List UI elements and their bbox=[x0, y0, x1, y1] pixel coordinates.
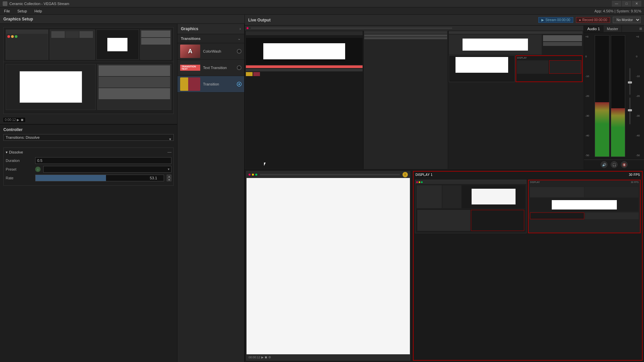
fader-track-2[interactable] bbox=[629, 98, 631, 124]
preset-label: Preset bbox=[6, 167, 33, 171]
meter-fill-1 bbox=[595, 102, 609, 157]
live-output-title: Live Output bbox=[248, 18, 271, 22]
rate-decrement-button[interactable]: ▼ bbox=[167, 178, 171, 181]
menu-bar: File Setup Help App: 4.56% | System: 9.9… bbox=[0, 7, 644, 15]
display-mini-left bbox=[415, 180, 527, 233]
bottom-screen-right: DISPLAY 1 30 FPS bbox=[413, 171, 643, 361]
bottom-warning-icon: ! bbox=[402, 172, 408, 177]
graphics-expand-icon: › bbox=[239, 26, 241, 31]
meter-scale-left: +6 0 -10 -20 -30 -40 -50 bbox=[585, 34, 592, 158]
colorwash-label: ColorWash bbox=[203, 49, 234, 53]
rscale-plus6: +6 bbox=[636, 35, 643, 38]
bottom-dot-red bbox=[249, 174, 251, 176]
preset-select-wrapper: ▼ bbox=[43, 166, 171, 173]
preset-row: Preset ↓ ▼ bbox=[6, 166, 171, 173]
audio-meters: +6 0 -10 -20 -30 -40 -50 bbox=[584, 33, 644, 160]
preview-bottom-left bbox=[6, 64, 96, 110]
window-title: Ceramic Collection - VEGAS Stream bbox=[9, 2, 69, 6]
preset-select[interactable] bbox=[43, 166, 171, 173]
display-badge: DISPLAY 1 bbox=[416, 173, 433, 177]
graphics-header-label: Graphics bbox=[181, 26, 198, 31]
monitor-select[interactable]: No Monitor bbox=[613, 17, 641, 23]
audio-expand-icon[interactable]: ⊞ bbox=[637, 25, 644, 32]
dissolve-chevron-icon: ▾ bbox=[6, 150, 8, 155]
dissolve-collapse-button[interactable]: — bbox=[167, 150, 171, 155]
preview-row-top bbox=[4, 27, 173, 62]
text-transition-item[interactable]: TRANSITION TEXT Text Transition bbox=[177, 60, 244, 76]
audio-tab-1[interactable]: Audio 1 bbox=[584, 25, 603, 32]
rate-increment-button[interactable]: ▲ bbox=[167, 175, 171, 178]
meter-scale-right: +6 0 -10 -20 -30 -40 -50 bbox=[636, 34, 643, 158]
left-section: 0:00:12 ▶ ⏹ Controller Transitions: Diss… bbox=[0, 24, 245, 362]
menu-help[interactable]: Help bbox=[33, 8, 43, 14]
dissolve-header: ▾ Dissolve — bbox=[6, 150, 171, 155]
rscale-minus10: -10 bbox=[636, 75, 643, 78]
fader-handle-1[interactable] bbox=[628, 81, 632, 83]
rate-label: Rate bbox=[6, 176, 33, 180]
record-button[interactable]: ● Record 00:00:00 bbox=[576, 17, 610, 23]
mini-app-left bbox=[245, 31, 364, 169]
rscale-minus50: -50 bbox=[636, 154, 643, 157]
preview-row-bottom bbox=[4, 62, 173, 112]
system-stats: App: 4.56% | System: 9.91% bbox=[594, 9, 641, 13]
maximize-button[interactable]: □ bbox=[622, 1, 631, 7]
mini-app-right: DISPLAY bbox=[448, 31, 583, 169]
colorwash-thumbnail bbox=[180, 45, 200, 58]
bottom-screen-footer: 00:00:12 ▶ ⏹ ⚙ bbox=[247, 354, 410, 360]
duration-row: Duration bbox=[6, 157, 171, 164]
rate-slider-wrapper[interactable]: 53.1 bbox=[35, 175, 164, 181]
mini-url-bar bbox=[251, 27, 452, 29]
audio-tab-master[interactable]: Master bbox=[603, 25, 622, 32]
scale-minus40: -40 bbox=[585, 134, 592, 137]
duration-input[interactable] bbox=[35, 157, 171, 164]
dissolve-section: ▾ Dissolve — Duration Preset bbox=[3, 147, 174, 186]
rate-value: 53.1 bbox=[150, 176, 157, 180]
minimize-button[interactable]: — bbox=[612, 1, 621, 7]
transitions-header[interactable]: Transitions ⌄ bbox=[177, 34, 244, 43]
audio-control-row: 🔊 🎧 🔇 bbox=[584, 160, 644, 169]
mini-app-body: DISPLAY bbox=[245, 31, 583, 169]
rscale-minus40: -40 bbox=[636, 134, 643, 137]
fader-track-1[interactable] bbox=[629, 68, 631, 95]
dissolve-title[interactable]: ▾ Dissolve bbox=[6, 150, 23, 155]
transition-label: Transition bbox=[203, 82, 234, 86]
bottom-timecode: 00:00:12 ▶ ⏹ ⚙ bbox=[249, 356, 271, 359]
scale-minus50: -50 bbox=[585, 154, 592, 157]
graphics-setup-header: Graphics Setup bbox=[0, 15, 245, 24]
transition-radio[interactable] bbox=[237, 82, 241, 86]
colorwash-radio[interactable] bbox=[237, 49, 241, 54]
rate-bar bbox=[36, 175, 106, 181]
stream-label: Stream 00:00:00 bbox=[545, 18, 570, 22]
preset-save-icon[interactable]: ↓ bbox=[35, 167, 41, 172]
bottom-screen-header: ! bbox=[247, 171, 410, 178]
scale-plus6: +6 bbox=[585, 35, 592, 38]
menu-setup[interactable]: Setup bbox=[16, 8, 29, 14]
fader-handle-2[interactable] bbox=[628, 109, 632, 111]
text-transition-label: Text Transition bbox=[203, 66, 234, 70]
scale-minus30: -30 bbox=[585, 114, 592, 117]
text-transition-radio[interactable] bbox=[237, 65, 241, 70]
live-content: DISPLAY Audio bbox=[245, 25, 644, 362]
live-output-header: Live Output ▶ Stream 00:00:00 ● Record 0… bbox=[245, 15, 644, 25]
preview-content bbox=[3, 27, 174, 114]
transition-item[interactable]: Transition bbox=[177, 76, 244, 93]
headphone-icon[interactable]: 🎧 bbox=[611, 161, 618, 168]
mute-icon[interactable]: 🔇 bbox=[621, 161, 628, 168]
graphics-panel: Graphics › Transitions ⌄ ColorWash TRANS bbox=[177, 24, 245, 362]
transitions-dropdown[interactable]: Transitions: Dissolve bbox=[3, 134, 174, 141]
colorwash-item[interactable]: ColorWash bbox=[177, 43, 244, 60]
left-main: 0:00:12 ▶ ⏹ Controller Transitions: Diss… bbox=[0, 24, 177, 362]
controller-section: Controller Transitions: Dissolve ▼ ▾ Dis… bbox=[0, 124, 177, 362]
left-panel: Graphics Setup bbox=[0, 15, 245, 362]
menu-items: File Setup Help bbox=[3, 8, 43, 14]
speaker-icon[interactable]: 🔊 bbox=[601, 161, 607, 168]
menu-file[interactable]: File bbox=[3, 8, 11, 14]
right-panel: Live Output ▶ Stream 00:00:00 ● Record 0… bbox=[245, 15, 644, 362]
rate-row: Rate 53.1 ▲ ▼ bbox=[6, 175, 171, 181]
title-bar-left: Ceramic Collection - VEGAS Stream bbox=[3, 1, 69, 6]
stream-button[interactable]: ▶ Stream 00:00:00 bbox=[538, 17, 573, 23]
display-mini-right: DISPLAY 30 FPS bbox=[528, 180, 641, 233]
close-button[interactable]: ✕ bbox=[632, 1, 641, 7]
graphics-header[interactable]: Graphics › bbox=[177, 24, 244, 34]
bottom-right-content: DISPLAY 30 FPS bbox=[414, 172, 642, 360]
